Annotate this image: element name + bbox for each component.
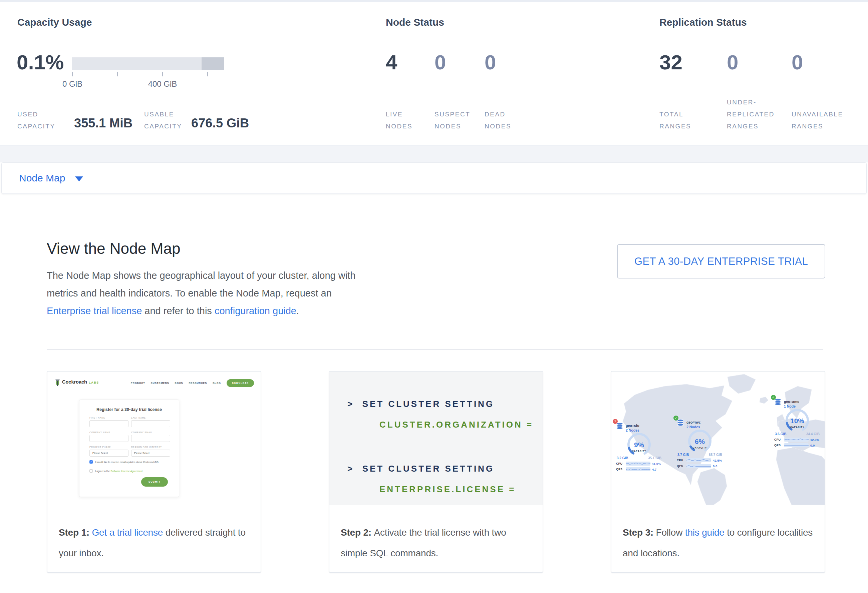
nav-item-blog: BLOG [213,381,221,384]
axis-tick [72,72,73,77]
used-capacity: 3.2 GiB [617,456,628,460]
reason-select: Please Select [131,450,170,456]
get-trial-license-link[interactable]: Get a trial license [92,527,163,538]
used-capacity-label: USED CAPACITY [17,108,59,132]
step2-label: Step 2: [341,527,374,538]
cpu-sparkline [626,462,650,466]
nav-item-resources: RESOURCES [189,381,207,384]
submit-pill: SUBMIT [141,477,168,487]
qps-label: QPS [677,464,685,468]
qps-sparkline [686,464,711,468]
mini-site-nav: PRODUCT CUSTOMERS DOCS RESOURCES BLOG DO… [131,379,254,387]
cpu-value: 12.3% [810,438,819,441]
reason-label: REASON FOR INTEREST [131,446,162,448]
step1-label: Step 1: [59,527,92,538]
cpu-label: CPU [616,462,624,465]
used-capacity: 3.7 GiB [678,453,689,456]
node-count: 2 Nodes [626,428,639,433]
agreement-pre-text: I agree to the [95,469,111,472]
configuration-guide-link[interactable]: configuration guide [215,306,296,316]
suspect-nodes-label: SUSPECT NODES [434,108,475,132]
chevron-down-icon [75,177,83,181]
cluster-summary-panel: Capacity Usage 0.1% 0 GiB 400 GiB USED C… [0,2,868,146]
healthy-badge: ✓ [771,395,776,400]
total-capacity: 34.4 GiB [806,432,819,436]
section-divider [47,350,823,350]
step3-caption: Step 3: Follow this guide to configure l… [611,505,825,564]
sql-prompt: > [347,399,354,409]
company-email-label: COMPANY EMAIL [131,431,152,434]
email-updates-text: I would like to receive email updates ab… [95,461,159,464]
qps-value: 4.7 [652,468,657,471]
enterprise-trial-license-link[interactable]: Enterprise trial license [47,306,142,316]
map-location-nyc: ✓ geo=nyc 2 Nodes 6% CAPACITY [675,419,725,468]
cpu-sparkline [686,458,711,462]
qps-sparkline [626,467,650,471]
axis-tick [162,72,163,77]
checkbox-empty-icon [89,469,93,472]
sql-command-2: > SET CLUSTER SETTING [347,464,494,474]
node-map-dropdown[interactable]: Node Map [19,163,83,193]
map-location-ams: ✓ geo=ams 1 Node 10% CAPACITY [772,398,822,447]
capacity-caption: CAPACITY [693,447,707,449]
nav-item-product: PRODUCT [131,381,145,384]
license-agreement-checkbox-row: I agree to the Software License Agreemen… [89,469,143,472]
company-name-label: COMPANY NAME [89,431,110,434]
qps-label: QPS [616,468,624,471]
cpu-sparkline [784,438,809,441]
company-email-field [131,435,170,442]
total-capacity: 35.1 GiB [648,456,661,460]
qps-sparkline [784,443,809,447]
capacity-caption: CAPACITY [790,426,805,428]
qps-value: 0.0 [810,444,815,447]
under-replicated-ranges-value: 0 [727,52,738,73]
node-map-description: The Node Map shows the geographical layo… [47,267,375,320]
enterprise-trial-button[interactable]: GET A 30-DAY ENTERPRISE TRIAL [617,244,825,278]
cpu-value: 11.0% [652,462,661,466]
total-ranges-label: TOTAL RANGES [660,108,700,132]
node-map-dropdown-label: Node Map [19,172,65,184]
unavailable-ranges-label: UNAVAILABLE RANGES [791,108,855,132]
qps-label: QPS [774,444,782,447]
checkbox-checked-icon: ✓ [89,460,93,464]
step1-screenshot: Cockroach LABS PRODUCT CUSTOMERS DOCS RE… [47,372,261,505]
locality-name: geo=ams [784,399,799,404]
capacity-gauge: 6% CAPACITY [684,429,716,453]
cockroach-bug-icon [55,379,61,387]
locality-name: geo=nyc [686,420,701,425]
dead-nodes-value: 0 [484,52,496,73]
axis-tick-label: 400 GiB [148,79,177,89]
trial-license-form: Register for a 30-day trial license FIRS… [79,400,179,497]
database-stack-icon [677,419,684,426]
first-name-field [89,420,128,427]
step1-card: Cockroach LABS PRODUCT CUSTOMERS DOCS RE… [47,371,261,573]
usable-capacity-label: USABLE CAPACITY [144,108,189,132]
step3-map-preview: 1 geo=sfo 2 Nodes 9% CAPACITY [611,372,825,505]
total-capacity: 65.7 GiB [709,453,722,456]
cpu-value: 42.5% [713,459,722,462]
cluster-overview-page: Capacity Usage 0.1% 0 GiB 400 GiB USED C… [0,0,868,593]
sql-command-1: > SET CLUSTER SETTING [347,399,494,409]
qps-value: 0.0 [713,464,717,468]
agreement-text: I agree to the Software License Agreemen… [95,469,143,472]
live-nodes-value: 4 [386,52,397,73]
company-name-field [89,435,128,442]
step3-label: Step 3: [623,527,656,538]
usable-capacity-value: 676.5 GiB [191,116,249,130]
capacity-percent: 10% [790,417,804,425]
capacity-usage-title: Capacity Usage [17,17,92,28]
map-location-sfo: 1 geo=sfo 2 Nodes 9% CAPACITY [614,422,664,471]
capacity-percent: 6% [695,438,705,445]
cpu-label: CPU [677,459,685,462]
section-separator-band [0,146,868,162]
sql-arg-2: ENTERPRISE.LICENSE = [379,484,515,494]
database-stack-icon [616,422,623,430]
nav-item-customers: CUSTOMERS [151,381,169,384]
unavailable-ranges-value: 0 [791,52,803,73]
used-capacity: 3.6 GiB [775,432,786,436]
capacity-gauge: 10% CAPACITY [781,409,813,432]
this-guide-link[interactable]: this guide [685,527,725,538]
logo-labs-text: LABS [89,381,99,384]
capacity-bar [72,57,224,70]
caption-text: Follow [656,527,685,538]
